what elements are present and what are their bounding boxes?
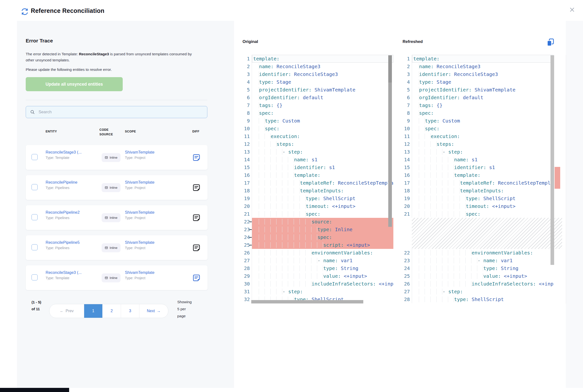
code-line: 3 identifier: ReconcileStage3 (401, 70, 566, 78)
line-number: 25 (241, 241, 252, 249)
entity-type-label: Type: Template (45, 156, 82, 160)
code-line: 17 templateRef: ReconcileStepTemplate (241, 179, 393, 187)
line-number: 24 (401, 264, 412, 272)
inline-store-icon (105, 216, 108, 219)
entity-link[interactable]: ReconcileStage3 (... (45, 270, 82, 275)
line-number: 5 (401, 86, 412, 94)
row-checkbox[interactable] (31, 274, 37, 280)
entity-cell: ReconcilePipelineType: Pipelines (45, 180, 77, 190)
line-number: 25 (401, 272, 412, 280)
code-line: 15 identifier: s1 (241, 164, 393, 171)
code-line: 21 spec: (401, 210, 566, 218)
code-source-label: Inline (110, 216, 117, 220)
original-code-lines: 1template:2 name: ReconcileStage33 ident… (241, 55, 393, 303)
close-icon[interactable] (569, 6, 576, 13)
line-number: 26 (401, 280, 412, 288)
scope-cell: ShivamTemplateType: Project (125, 180, 154, 190)
line-number: 7 (401, 102, 412, 109)
line-number: 14 (401, 156, 412, 164)
table-row[interactable]: ReconcileStage3 (...Type: TemplateInline… (26, 266, 208, 290)
entity-link[interactable]: ReconcilePipeline5 (45, 240, 79, 245)
row-checkbox[interactable] (31, 184, 37, 190)
page-button-3[interactable]: 3 (121, 304, 139, 318)
next-page-button[interactable]: Next→ (139, 304, 168, 318)
refreshed-vertical-scrollbar[interactable] (551, 55, 554, 265)
row-checkbox[interactable] (31, 154, 37, 160)
line-number: 19 (241, 194, 252, 202)
code-line: 20 timeout: <+input> (241, 202, 393, 210)
line-number: 16 (241, 171, 252, 179)
code-line: 19 type: ShellScript (401, 194, 566, 202)
code-line: 16 template: (241, 171, 393, 179)
diff-note-icon[interactable] (193, 214, 200, 222)
line-number: 1 (401, 55, 412, 62)
line-number: 31 (241, 288, 252, 296)
line-number: 27 (401, 288, 412, 296)
diff-note-icon[interactable] (193, 154, 200, 161)
line-number: 10 (241, 125, 252, 132)
line-number: 3 (401, 70, 412, 78)
code-line: 22 environmentVariables: (401, 249, 566, 257)
table-row[interactable]: ReconcilePipeline2Type: PipelinesInlineS… (26, 205, 208, 230)
row-checkbox[interactable] (31, 244, 37, 250)
page-button-1[interactable]: 1 (84, 304, 102, 318)
arrow-left-icon: ← (60, 309, 64, 313)
line-number: 13 (401, 148, 412, 156)
original-horizontal-scrollbar[interactable] (251, 300, 363, 304)
entity-link[interactable]: ReconcileStage3 (... (45, 150, 82, 154)
line-number: 21 (401, 210, 412, 218)
code-line: 2 name: ReconcileStage3 (401, 62, 566, 70)
scope-link[interactable]: ShivamTemplate (125, 210, 154, 215)
update-all-unsynced-button[interactable]: Update all unsynced entities (26, 77, 123, 91)
code-line: 18 templateInputs: (241, 187, 393, 194)
pagination-range-text: (1 - 5) of 11 (31, 299, 44, 312)
diff-note-icon[interactable] (193, 274, 200, 282)
original-vertical-scrollbar-thumb[interactable] (388, 55, 392, 82)
scope-link[interactable]: ShivamTemplate (125, 180, 154, 184)
code-line: 17 templateRef: ReconcileStepTemplate (401, 179, 566, 187)
scope-cell: ShivamTemplateType: Project (125, 150, 154, 160)
entity-link[interactable]: ReconcilePipeline (45, 180, 77, 184)
code-line: 1template: (401, 55, 566, 62)
inline-store-icon (105, 156, 108, 159)
line-number: 2 (401, 62, 412, 70)
table-row[interactable]: ReconcilePipeline5Type: PipelinesInlineS… (26, 235, 208, 260)
line-number: 29 (241, 272, 252, 280)
row-checkbox[interactable] (31, 214, 37, 220)
refreshed-code-lines-bottom: 22 environmentVariables:23 - name: var12… (401, 249, 566, 303)
code-line: 2 name: ReconcileStage3 (241, 62, 393, 70)
diff-note-icon[interactable] (193, 244, 200, 252)
inline-store-icon (105, 246, 108, 249)
code-line: 10 spec: (241, 125, 393, 132)
table-row[interactable]: ReconcilePipelineType: PipelinesInlineSh… (26, 175, 208, 200)
entity-type-label: Type: Template (45, 276, 82, 280)
entity-link[interactable]: ReconcilePipeline2 (45, 210, 79, 215)
code-line: 15 identifier: s1 (401, 164, 566, 171)
copy-icon[interactable] (547, 38, 554, 46)
scope-link[interactable]: ShivamTemplate (125, 240, 154, 245)
line-number: 22 (401, 249, 412, 257)
code-line: 12 steps: (401, 140, 566, 148)
code-line: 3 identifier: ReconcileStage3 (241, 70, 393, 78)
scope-link[interactable]: ShivamTemplate (125, 270, 154, 275)
scope-link[interactable]: ShivamTemplate (125, 150, 154, 154)
code-line: 23 - name: var1 (401, 257, 566, 264)
code-source-label: Inline (110, 276, 117, 280)
error-trace-instruction: Please update the following entities to … (26, 68, 197, 72)
inline-store-icon (105, 276, 108, 280)
page-button-2[interactable]: 2 (102, 304, 121, 318)
error-trace-heading: Error Trace (26, 38, 53, 44)
code-line: 7 tags: {} (241, 102, 393, 109)
line-number: 15 (241, 164, 252, 171)
table-row[interactable]: ReconcileStage3 (...Type: TemplateInline… (26, 145, 208, 170)
line-number: 12 (241, 140, 252, 148)
prev-page-button[interactable]: ←Prev (49, 304, 84, 318)
code-line: 11 execution: (401, 132, 566, 140)
search-input[interactable] (38, 110, 207, 115)
line-number: 19 (401, 194, 412, 202)
diff-note-icon[interactable] (193, 184, 200, 192)
refreshed-panel-title: Refreshed (403, 39, 423, 44)
code-line: 7 tags: {} (401, 102, 566, 109)
code-line: 11 execution: (241, 132, 393, 140)
scope-cell: ShivamTemplateType: Project (125, 240, 154, 250)
